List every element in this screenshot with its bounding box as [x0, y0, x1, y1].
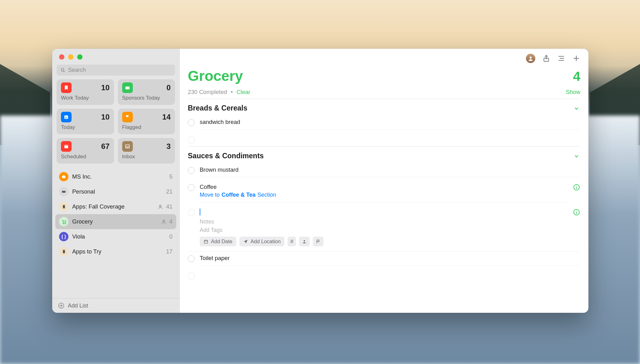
- smart-card-today[interactable]: 21 10 Today: [57, 109, 114, 134]
- reminder-checkbox[interactable]: [188, 119, 195, 126]
- add-location-button[interactable]: Add Location: [239, 237, 284, 246]
- smart-card-sponsors-today[interactable]: 0 Sponsors Today: [118, 79, 175, 105]
- smart-count: 10: [101, 83, 110, 92]
- calendar-icon: [203, 239, 208, 244]
- fullscreen-window-button[interactable]: [77, 54, 82, 60]
- suggestion-suffix: Section: [258, 192, 276, 198]
- smart-label: Inbox: [122, 154, 171, 160]
- phone-icon: [59, 202, 68, 211]
- reminder-checkbox[interactable]: [188, 184, 195, 191]
- smart-card-scheduled[interactable]: 67 Scheduled: [57, 138, 114, 164]
- location-icon: [243, 239, 248, 244]
- chevron-down-icon[interactable]: [573, 105, 580, 112]
- section-title: Breads & Cereals: [188, 104, 248, 112]
- reminder-placeholder-checkbox[interactable]: [188, 273, 195, 279]
- svg-rect-15: [63, 250, 65, 253]
- smart-card-work-today[interactable]: 10 Work Today: [57, 79, 114, 105]
- section-sauces-condiments: Sauces & Condiments Brown mustard Coffee…: [188, 146, 580, 283]
- svg-point-12: [63, 223, 63, 224]
- search-input[interactable]: [68, 67, 171, 73]
- flag-icon: [122, 112, 133, 122]
- reminder-text: sandwich bread: [200, 119, 580, 125]
- reminder-row[interactable]: Toilet paper: [188, 252, 580, 269]
- sidebar-list-viola[interactable]: { } Viola 0: [55, 229, 176, 244]
- add-tag-button[interactable]: #: [288, 237, 296, 246]
- reminder-text: Coffee: [200, 184, 568, 190]
- sidebar-my-lists: MS Inc. 5 Personal 21 Apps: Fall Coverag…: [52, 167, 179, 298]
- svg-rect-9: [62, 191, 66, 193]
- add-date-button[interactable]: Add Date: [200, 237, 236, 246]
- reminder-row[interactable]: Brown mustard: [188, 163, 580, 180]
- info-icon[interactable]: [573, 184, 580, 191]
- sidebar-list-label: Grocery: [72, 218, 157, 225]
- plus-circle-icon: [58, 302, 65, 309]
- suggestion-target: Coffee & Tea: [222, 192, 256, 198]
- reminder-text: Brown mustard: [200, 166, 580, 173]
- new-reminder-editor[interactable]: Notes Add Tags Add Date Add Location: [188, 205, 580, 252]
- wallet-icon: [122, 82, 133, 93]
- reminder-title-input[interactable]: [200, 209, 202, 215]
- smart-card-inbox[interactable]: 3 Inbox: [118, 138, 175, 164]
- svg-point-34: [576, 211, 577, 211]
- new-reminder-icon[interactable]: [572, 54, 580, 62]
- chevron-down-icon[interactable]: [573, 152, 580, 160]
- reminder-notes-input[interactable]: Notes: [200, 219, 568, 225]
- list-title: Grocery: [188, 67, 243, 84]
- section-title: Sauces & Condiments: [188, 152, 264, 160]
- sidebar-list-count: 41: [166, 203, 172, 210]
- flag-button[interactable]: [313, 237, 323, 246]
- svg-line-1: [63, 71, 64, 72]
- svg-rect-7: [64, 145, 68, 146]
- reminder-row[interactable]: Coffee Move to Coffee & Tea Section: [188, 180, 580, 205]
- separator-dot: •: [231, 89, 232, 96]
- close-window-button[interactable]: [59, 54, 64, 60]
- reminder-checkbox[interactable]: [188, 167, 195, 174]
- sidebar-list-apps-try[interactable]: Apps to Try 17: [55, 244, 176, 259]
- sidebar-list-apps-fall[interactable]: Apps: Fall Coverage 41: [55, 199, 176, 214]
- info-icon[interactable]: [573, 209, 580, 216]
- clear-completed-button[interactable]: Clear: [237, 89, 250, 96]
- share-icon[interactable]: [542, 54, 550, 62]
- search-field[interactable]: [57, 65, 175, 76]
- sidebar-list-personal[interactable]: Personal 21: [55, 184, 176, 199]
- sidebar-list-label: Personal: [72, 188, 162, 195]
- shared-icon: [157, 204, 163, 210]
- smart-count: 14: [162, 113, 171, 121]
- reminder-placeholder-row[interactable]: [188, 269, 580, 283]
- sidebar-list-label: Apps to Try: [72, 248, 162, 255]
- phone-icon: [59, 247, 68, 256]
- svg-point-11: [160, 205, 161, 207]
- toolbar: [180, 49, 588, 65]
- svg-text:21: 21: [65, 116, 68, 119]
- assign-button[interactable]: [299, 237, 310, 246]
- indent-icon[interactable]: [557, 54, 565, 62]
- reminder-text: Toilet paper: [200, 255, 580, 262]
- smart-card-flagged[interactable]: 14 Flagged: [118, 109, 175, 134]
- inbox-icon: [122, 141, 133, 152]
- sidebar-list-ms-inc[interactable]: MS Inc. 5: [55, 169, 176, 184]
- smart-label: Today: [61, 124, 110, 130]
- add-list-label: Add List: [68, 303, 88, 309]
- reminder-row[interactable]: sandwich bread: [188, 116, 580, 133]
- main-panel: Grocery 4 230 Completed • Clear Show Bre…: [180, 49, 588, 313]
- braces-icon: { }: [59, 232, 68, 241]
- sidebar-list-grocery[interactable]: Grocery 4: [55, 214, 176, 229]
- shared-icon: [161, 219, 167, 225]
- show-completed-button[interactable]: Show: [566, 89, 580, 96]
- sidebar-list-label: MS Inc.: [72, 173, 166, 180]
- person-icon: [302, 239, 307, 244]
- reminder-placeholder-row[interactable]: [188, 133, 580, 146]
- flag-icon: [316, 239, 321, 244]
- briefcase-icon: [59, 172, 68, 181]
- reminder-tags-input[interactable]: Add Tags: [200, 227, 568, 234]
- reminder-placeholder-checkbox[interactable]: [188, 209, 195, 216]
- add-list-button[interactable]: Add List: [52, 298, 179, 313]
- reminder-placeholder-checkbox[interactable]: [188, 136, 195, 143]
- reminder-checkbox[interactable]: [188, 255, 195, 262]
- svg-point-3: [128, 88, 129, 88]
- collaborator-avatar[interactable]: [526, 54, 535, 63]
- minimize-window-button[interactable]: [68, 54, 73, 60]
- smart-label: Work Today: [61, 95, 110, 101]
- svg-point-31: [304, 240, 305, 241]
- section-move-suggestion[interactable]: Move to Coffee & Tea Section: [200, 192, 568, 198]
